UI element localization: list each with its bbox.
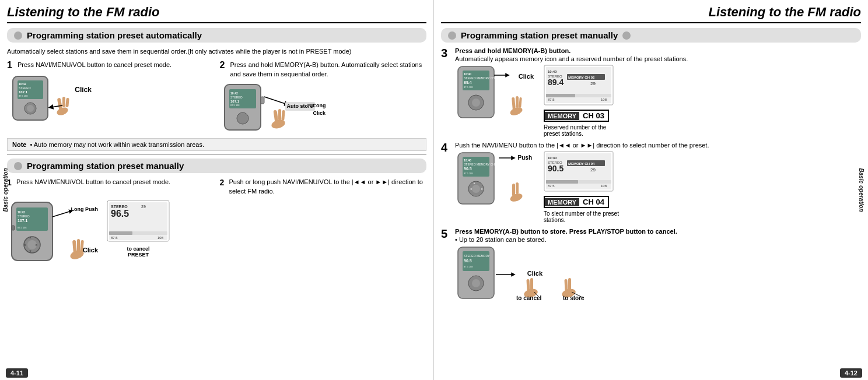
step1-text: Press NAVI/MENU/VOL button to cancel pre… [18,61,214,69]
svg-line-40 [52,211,71,217]
note-box: Note • Auto memory may not work within w… [7,138,426,151]
svg-line-25 [264,97,287,104]
svg-text:STEREO: STEREO [19,86,31,90]
step2-text: Press and hold MEMORY(A-B) button. Autom… [230,61,427,79]
svg-text:90.5: 90.5 [464,167,472,171]
section1-title: Programming station preset automatically [27,30,202,40]
screen-display: STEREO 29 96.5 87.5 108 to cancel PRESET [106,199,170,258]
step4-push-label: Push [518,154,532,161]
memory-label: MEMORY [545,112,579,120]
section1-steps: 1 Press NAVI/MENU/VOL button to cancel p… [7,61,426,135]
right-page-number: 4-12 [840,368,862,378]
left-page: Listening to the FM radio Programming st… [0,0,434,380]
svg-rect-51 [109,231,132,235]
step3-text: Press and hold MEMORY(A-B) button. [455,47,861,54]
section1-header: Programming station preset automatically [7,28,426,43]
svg-text:STEREO  MEMORY CH 04: STEREO MEMORY CH 04 [464,163,499,166]
step5-text: Press MEMORY(A-B) button to store. Press… [455,228,861,235]
svg-rect-103 [546,180,578,184]
svg-text:MEMORY CH 02: MEMORY CH 02 [568,76,595,79]
step5-block: 5 Press MEMORY(A-B) button to store. Pre… [441,228,861,302]
svg-text:10:42: 10:42 [19,82,26,86]
device1-container: 10:42 STEREO 107.1 87.5 108 Click [7,73,97,123]
svg-text:29: 29 [590,81,596,86]
svg-text:►: ► [481,187,484,191]
svg-rect-9 [57,97,62,110]
step4-device: 10:40 STEREO MEMORY CH 04 90.5 87.5 108 … [455,151,537,208]
screen-svg: STEREO 29 96.5 87.5 108 [106,199,170,243]
left-page-title: Listening to the FM radio [7,5,426,23]
s2-step2-text: Push or long push NAVI/MENU/VOL to the |… [229,178,427,196]
svg-rect-20 [261,97,264,104]
note-text: • Auto memory may not work within weak t… [30,141,204,148]
svg-text:87.5      108: 87.5 108 [464,172,473,175]
right-section-header: Programming station preset manually [441,28,861,43]
svg-rect-93 [516,182,519,194]
svg-text:10:40: 10:40 [464,72,471,76]
svg-text:87.5      108: 87.5 108 [464,265,473,268]
step5-to-cancel: to cancel [516,295,541,301]
memory-ch04-badge: MEMORY CH 04 [544,196,620,208]
svg-text:89.4: 89.4 [548,78,564,87]
svg-point-7 [27,105,34,112]
svg-text:89.4: 89.4 [464,80,472,85]
section2-step1: 1 Press NAVI/MENU/VOL button to cancel p… [7,178,214,196]
svg-rect-116 [530,278,533,290]
step4-content-row: 10:40 STEREO MEMORY CH 04 90.5 87.5 108 … [455,151,861,223]
device1-svg: 10:42 STEREO 107.1 87.5 108 [7,73,97,123]
svg-text:87.5: 87.5 [548,184,555,188]
section2-dot [14,162,22,170]
svg-rect-63 [512,97,516,110]
left-side-label: Basic operation [0,166,11,214]
svg-rect-24 [281,110,285,121]
svg-text:87.5: 87.5 [548,98,555,101]
svg-text:10:40: 10:40 [548,70,557,73]
svg-text:STEREO  MEMORY: STEREO MEMORY [464,254,490,258]
step4-text: Push the NAVI/MENU button to the |◄◄ or … [455,142,861,149]
step3-screen-svg: 10:40 STEREO MEMORY CH 02 89.4 29 87.5 1… [544,65,614,105]
note-label: Note [12,141,26,148]
long-click-label: Long Click [313,102,337,117]
svg-text:90.5: 90.5 [464,259,472,263]
step3-block: 3 Press and hold MEMORY(A-B) button. Aut… [441,47,861,137]
step4-block: 4 Push the NAVI/MENU button to the |◄◄ o… [441,142,861,223]
step3-content-row: 10:40 STEREO MEMORY CH 02 89.4 87.5 108 [455,65,861,137]
ch04-label: CH 04 [579,197,608,207]
svg-rect-10 [62,97,65,107]
section2-steps: 1 Press NAVI/MENU/VOL button to cancel p… [7,178,426,196]
step4-content: Push the NAVI/MENU button to the |◄◄ or … [455,142,861,223]
s2-step2-num: 2 [220,178,225,187]
svg-point-112 [472,279,480,287]
svg-text:96.5: 96.5 [111,209,129,219]
step3-content: Press and hold MEMORY(A-B) button. Autom… [455,47,861,137]
svg-text:MEMORY CH 04: MEMORY CH 04 [568,162,595,166]
step1-number: 1 [7,61,12,70]
right-side-label: Basic operation [856,166,867,214]
svg-text:▲: ▲ [473,181,476,185]
memory-badge2: MEMORY CH 04 [544,196,609,208]
svg-text:87.5      108: 87.5 108 [464,86,473,89]
step5-device-svg: STEREO MEMORY 90.5 87.5 108 [455,245,630,301]
right-page: Listening to the FM radio Programming st… [434,0,868,380]
svg-rect-76 [546,94,575,97]
step4-select-text: To slect number of the preset stations. [544,210,620,223]
click-label1: Click [75,85,92,95]
step5-click-label: Click [527,270,542,277]
to-preset-label: PRESET [106,252,170,258]
svg-text:▲: ▲ [29,235,32,239]
svg-text:108: 108 [158,236,164,240]
step3-reserved-text: Reserved number of the preset stations. [544,124,620,137]
right-dot [448,31,456,40]
svg-point-61 [472,98,480,107]
svg-point-8 [56,106,69,117]
svg-text:87.5: 87.5 [111,236,118,240]
device2-container: 10:42 STEREO 107.1 87.5 108 [220,82,337,135]
long-push-label: Long Push [71,206,99,212]
memory-ch03-badge: MEMORY CH 03 [544,110,620,122]
step5-content: Press MEMORY(A-B) button to store. Press… [455,228,861,302]
section2-title: Programming station preset manually [27,161,184,171]
step3-click-label: Click [519,73,534,80]
svg-rect-22 [273,110,278,124]
svg-text:◄: ◄ [23,243,26,247]
step2-number: 2 [220,61,225,70]
